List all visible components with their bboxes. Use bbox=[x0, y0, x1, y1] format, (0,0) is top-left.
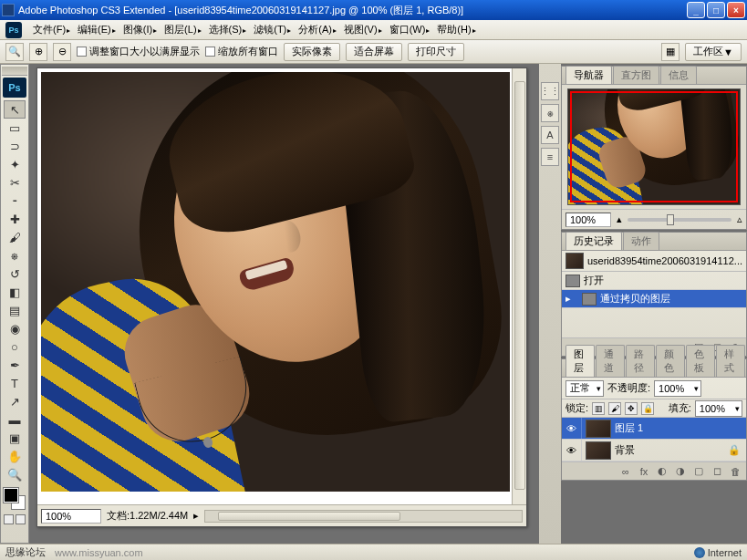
healing-tool[interactable]: ✚ bbox=[4, 210, 26, 228]
type-tool[interactable]: T bbox=[4, 374, 26, 392]
pen-tool[interactable]: ✒ bbox=[4, 356, 26, 374]
zoom-in-icon[interactable]: ⊕ bbox=[29, 43, 47, 61]
menu-选择[interactable]: 选择(S)▸ bbox=[205, 21, 251, 38]
minimize-button[interactable]: _ bbox=[687, 2, 705, 18]
tab-路径[interactable]: 路径 bbox=[626, 345, 655, 377]
menu-窗口[interactable]: 窗口(W)▸ bbox=[386, 21, 434, 38]
dock-clone-icon[interactable]: ⎈ bbox=[541, 104, 559, 122]
layer-thumbnail[interactable] bbox=[586, 441, 611, 460]
blend-mode-select[interactable]: 正常 bbox=[565, 380, 604, 397]
tab-info[interactable]: 信息 bbox=[660, 66, 697, 84]
info-arrow-icon[interactable]: ▸ bbox=[193, 510, 199, 522]
hand-tool[interactable]: ✋ bbox=[4, 447, 26, 465]
lasso-tool[interactable]: ⊃ bbox=[4, 137, 26, 155]
opacity-input[interactable]: 100% bbox=[654, 380, 701, 397]
zoom-all-checkbox[interactable]: 缩放所有窗口 bbox=[205, 45, 278, 58]
eyedropper-tool[interactable]: ⁃ bbox=[4, 192, 26, 210]
dock-brushes-icon[interactable]: ⋮⋮ bbox=[541, 82, 559, 100]
resize-window-checkbox[interactable]: 调整窗口大小以满屏显示 bbox=[77, 45, 200, 58]
navigator-thumbnail[interactable] bbox=[567, 88, 741, 205]
history-item[interactable]: 打开 bbox=[562, 272, 746, 290]
link-layers-icon[interactable]: ∞ bbox=[618, 465, 633, 478]
delete-layer-icon[interactable]: 🗑 bbox=[728, 465, 742, 478]
horizontal-scrollbar[interactable] bbox=[204, 510, 523, 523]
tab-颜色[interactable]: 颜色 bbox=[656, 345, 685, 377]
new-layer-icon[interactable]: ◻ bbox=[710, 465, 724, 478]
navigator-view-box[interactable] bbox=[570, 91, 738, 202]
dodge-tool[interactable]: ○ bbox=[4, 337, 26, 356]
dock-layercmp-icon[interactable]: ≡ bbox=[541, 148, 559, 166]
foreground-color[interactable] bbox=[4, 488, 18, 503]
menu-视图[interactable]: 视图(V)▸ bbox=[340, 21, 386, 38]
menu-图层[interactable]: 图层(L)▸ bbox=[161, 21, 204, 38]
tab-通道[interactable]: 通道 bbox=[596, 345, 625, 377]
layer-name[interactable]: 背景 bbox=[615, 443, 635, 457]
lock-transparent-icon[interactable]: ▥ bbox=[592, 402, 605, 415]
zoom-input[interactable] bbox=[41, 509, 101, 524]
menu-编辑[interactable]: 编辑(E)▸ bbox=[74, 21, 119, 38]
layer-thumbnail[interactable] bbox=[586, 420, 611, 438]
visibility-toggle[interactable]: 👁 bbox=[562, 418, 582, 439]
canvas[interactable] bbox=[41, 72, 510, 492]
toolbox-grip[interactable] bbox=[2, 67, 27, 76]
tab-色板[interactable]: 色板 bbox=[686, 345, 715, 377]
zoom-out-icon[interactable]: ⊖ bbox=[53, 43, 71, 61]
layer-style-icon[interactable]: fx bbox=[637, 465, 651, 478]
menu-帮助[interactable]: 帮助(H)▸ bbox=[433, 21, 479, 38]
close-button[interactable]: × bbox=[727, 2, 745, 18]
vertical-scrollbar[interactable] bbox=[512, 68, 526, 504]
tab-图层[interactable]: 图层 bbox=[565, 345, 595, 377]
tab-actions[interactable]: 动作 bbox=[623, 232, 659, 250]
tab-history[interactable]: 历史记录 bbox=[565, 232, 622, 250]
lock-all-icon[interactable]: 🔒 bbox=[641, 402, 654, 415]
stamp-tool[interactable]: ⎈ bbox=[4, 246, 26, 264]
history-brush-target-icon[interactable]: ▸ bbox=[565, 293, 578, 305]
marquee-tool[interactable]: ▭ bbox=[4, 119, 26, 137]
layer-name[interactable]: 图层 1 bbox=[615, 421, 643, 435]
fill-input[interactable]: 100% bbox=[695, 400, 742, 417]
tab-样式[interactable]: 样式 bbox=[716, 345, 745, 377]
nav-zoom-input[interactable] bbox=[565, 213, 611, 227]
move-tool[interactable]: ↖ bbox=[4, 100, 26, 119]
actual-pixels-button[interactable]: 实际像素 bbox=[284, 43, 340, 61]
print-size-button[interactable]: 打印尺寸 bbox=[408, 43, 464, 61]
shape-tool[interactable]: ▬ bbox=[4, 410, 26, 429]
path-tool[interactable]: ↗ bbox=[4, 392, 26, 410]
layer-mask-icon[interactable]: ◐ bbox=[655, 465, 669, 478]
new-group-icon[interactable]: ▢ bbox=[691, 465, 706, 478]
menu-分析[interactable]: 分析(A)▸ bbox=[295, 21, 340, 38]
adjustment-layer-icon[interactable]: ◑ bbox=[673, 465, 688, 478]
lock-position-icon[interactable]: ✥ bbox=[625, 402, 638, 415]
maximize-button[interactable]: □ bbox=[707, 2, 725, 18]
history-snapshot[interactable]: userid83954time2006031914112... bbox=[562, 251, 746, 272]
gradient-tool[interactable]: ▤ bbox=[4, 301, 26, 319]
tab-histogram[interactable]: 直方图 bbox=[613, 66, 659, 84]
visibility-toggle[interactable]: 👁 bbox=[562, 440, 582, 461]
quickmask-toggle[interactable] bbox=[3, 514, 26, 527]
tab-navigator[interactable]: 导航器 bbox=[565, 66, 612, 84]
zoom-tool-icon[interactable]: 🔍 bbox=[5, 43, 24, 61]
layer-row[interactable]: 👁 图层 1 bbox=[562, 418, 746, 440]
wand-tool[interactable]: ✦ bbox=[4, 155, 26, 173]
layer-row[interactable]: 👁 背景 🔒 bbox=[562, 440, 746, 461]
zoom-out-small-icon[interactable]: ▴ bbox=[617, 213, 622, 225]
zoom-tool[interactable]: 🔍 bbox=[4, 465, 26, 483]
zoom-in-small-icon[interactable]: ▵ bbox=[737, 213, 742, 225]
blur-tool[interactable]: ◉ bbox=[4, 319, 26, 337]
crop-tool[interactable]: ✂ bbox=[4, 173, 26, 192]
lock-pixels-icon[interactable]: 🖌 bbox=[608, 402, 621, 415]
zoom-slider[interactable] bbox=[628, 218, 731, 222]
menu-图像[interactable]: 图像(I)▸ bbox=[119, 21, 161, 38]
workspace-button[interactable]: 工作区 ▼ bbox=[685, 43, 742, 61]
history-item[interactable]: ▸ 通过拷贝的图层 bbox=[562, 290, 746, 308]
eraser-tool[interactable]: ◧ bbox=[4, 283, 26, 301]
go-bridge-icon[interactable]: ▦ bbox=[661, 43, 680, 61]
history-brush-tool[interactable]: ↺ bbox=[4, 264, 26, 283]
dock-character-icon[interactable]: A bbox=[541, 126, 559, 144]
color-swatch[interactable] bbox=[3, 487, 26, 511]
notes-tool[interactable]: ▣ bbox=[4, 429, 26, 447]
menu-文件[interactable]: 文件(F)▸ bbox=[29, 21, 74, 38]
menu-滤镜[interactable]: 滤镜(T)▸ bbox=[250, 21, 295, 38]
fit-screen-button[interactable]: 适合屏幕 bbox=[346, 43, 402, 61]
brush-tool[interactable]: 🖌 bbox=[4, 228, 26, 246]
